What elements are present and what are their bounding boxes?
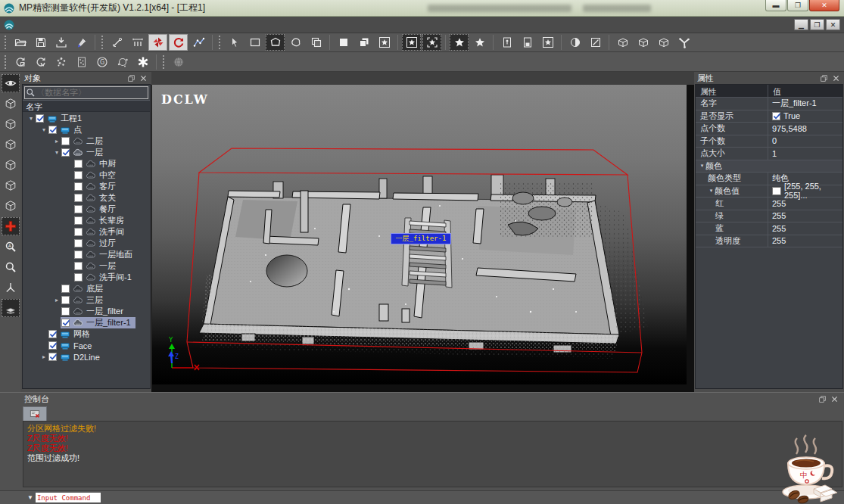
- panel-close-icon[interactable]: [138, 73, 148, 83]
- value-checkbox[interactable]: [772, 112, 780, 120]
- tree-item[interactable]: 餐厅: [23, 204, 150, 215]
- slash-box-button[interactable]: [586, 34, 605, 51]
- tree-item[interactable]: 一层: [23, 260, 150, 272]
- star-toggle-button[interactable]: [450, 34, 469, 51]
- visibility-checkbox[interactable]: [74, 239, 83, 247]
- expander-open-icon[interactable]: ▾: [708, 188, 715, 194]
- refresh-tool-button[interactable]: [169, 34, 188, 51]
- panel-float-icon[interactable]: [817, 394, 827, 404]
- visibility-checkbox[interactable]: [48, 330, 57, 338]
- add-point-button[interactable]: [2, 217, 20, 235]
- 3d-viewport[interactable]: Y Z X DCLW 一层_filter-1: [152, 85, 687, 384]
- panel-float-icon[interactable]: [818, 73, 829, 83]
- view-bottom-button[interactable]: [2, 197, 20, 215]
- tree-item[interactable]: 底层: [23, 283, 150, 294]
- pinwheel-tool-button[interactable]: [148, 34, 167, 51]
- box-3d-a-button[interactable]: [613, 34, 632, 51]
- visibility-checkbox[interactable]: [74, 228, 83, 236]
- property-row[interactable]: 红255: [696, 198, 842, 210]
- tree-item[interactable]: 一层_filter-1: [23, 317, 150, 328]
- dimension-tool-button[interactable]: [128, 34, 147, 51]
- visibility-checkbox[interactable]: [61, 319, 70, 327]
- expander-closed-icon[interactable]: ▸: [53, 297, 61, 303]
- visibility-checkbox[interactable]: [48, 126, 57, 134]
- expander-open-icon[interactable]: ▾: [40, 126, 48, 133]
- property-row[interactable]: 透明度255: [696, 235, 842, 248]
- visibility-checkbox[interactable]: [74, 171, 83, 179]
- property-row[interactable]: 点个数975,5488: [696, 123, 842, 135]
- tree-item[interactable]: 客厅: [23, 181, 150, 192]
- asterisk-tool-button[interactable]: [133, 54, 152, 70]
- expander-open-icon[interactable]: ▾: [53, 149, 61, 156]
- tree-item[interactable]: 中空: [23, 170, 150, 181]
- select-polygon-button[interactable]: [266, 34, 285, 51]
- tree-item[interactable]: ▾一层: [23, 147, 150, 158]
- view-back-button[interactable]: [2, 115, 20, 133]
- visibility-checkbox[interactable]: [74, 216, 83, 225]
- open-file-button[interactable]: [11, 34, 30, 51]
- visibility-checkbox[interactable]: [36, 114, 44, 123]
- toolbar-grip[interactable]: [4, 54, 8, 70]
- expander-closed-icon[interactable]: ▸: [53, 138, 61, 145]
- select-rectangle-button[interactable]: [245, 34, 264, 51]
- panel-close-icon[interactable]: [829, 394, 839, 404]
- view-front-button[interactable]: [2, 95, 20, 113]
- toolbar-grip[interactable]: [218, 35, 222, 50]
- probe-tool-button[interactable]: [107, 34, 126, 51]
- box-3d-c-button[interactable]: [654, 34, 673, 51]
- select-copy-button[interactable]: [307, 34, 325, 51]
- visibility-checkbox[interactable]: [74, 160, 83, 168]
- visibility-checkbox[interactable]: [61, 285, 70, 293]
- property-row[interactable]: 点大小1: [696, 148, 842, 160]
- visibility-checkbox[interactable]: [61, 296, 70, 304]
- zoom-tool-button[interactable]: [2, 258, 20, 276]
- tree-item[interactable]: ▾点: [23, 124, 150, 135]
- tree-item[interactable]: 玄关: [23, 192, 150, 204]
- property-row[interactable]: 蓝255: [696, 222, 842, 235]
- toolbar-grip[interactable]: [4, 35, 8, 50]
- tree-item[interactable]: ▸三层: [23, 294, 150, 306]
- view-right-button[interactable]: [2, 156, 20, 174]
- window-restore-button[interactable]: ❐: [787, 0, 808, 11]
- tree-item[interactable]: 中厨: [23, 158, 150, 170]
- panel-points-button[interactable]: [72, 54, 91, 70]
- visibility-button[interactable]: [2, 74, 20, 92]
- tree-item[interactable]: 洗手间-1: [23, 272, 150, 283]
- scatter-points-button[interactable]: [51, 54, 70, 70]
- visibility-checkbox[interactable]: [74, 250, 83, 259]
- panel-star-button[interactable]: [538, 34, 557, 51]
- half-shade-button[interactable]: [565, 34, 584, 51]
- command-input[interactable]: [36, 493, 101, 502]
- copy-squares-button[interactable]: [354, 34, 373, 51]
- visibility-checkbox[interactable]: [48, 341, 57, 350]
- console-tab[interactable]: [23, 406, 47, 421]
- star-corners-toggle-button[interactable]: [422, 34, 441, 51]
- view-left-button[interactable]: [2, 135, 20, 154]
- color-swatch[interactable]: [772, 187, 781, 195]
- toolbar-grip[interactable]: [162, 54, 166, 70]
- expander-closed-icon[interactable]: ▸: [40, 353, 48, 360]
- property-row[interactable]: ▾颜色值[255, 255, 255]...: [696, 185, 842, 198]
- mdi-close-button[interactable]: ✕: [826, 19, 840, 30]
- visibility-checkbox[interactable]: [74, 273, 83, 282]
- expander-open-icon[interactable]: ▾: [699, 163, 705, 169]
- command-dropdown-icon[interactable]: ▼: [27, 494, 33, 501]
- import-file-button[interactable]: [51, 34, 70, 51]
- box-3d-b-button[interactable]: [634, 34, 652, 51]
- tree-item[interactable]: ▸D2Line: [23, 351, 150, 362]
- visibility-checkbox[interactable]: [48, 353, 57, 361]
- visibility-checkbox[interactable]: [74, 205, 83, 213]
- tree-item[interactable]: ▸二层: [23, 135, 150, 147]
- orbit-points-button[interactable]: [113, 54, 132, 70]
- object-search-box[interactable]: [24, 86, 148, 99]
- sphere-tool-button[interactable]: [169, 54, 188, 70]
- save-file-button[interactable]: [31, 34, 50, 51]
- property-row[interactable]: 是否显示True: [696, 110, 842, 123]
- property-row[interactable]: 绿255: [696, 210, 842, 223]
- jack-tool-button[interactable]: [674, 34, 693, 51]
- layers-tool-button[interactable]: [2, 299, 20, 317]
- tree-item[interactable]: 一层地面: [23, 249, 150, 260]
- paint-tool-button[interactable]: [72, 34, 91, 51]
- axis-tool-button[interactable]: [2, 278, 20, 297]
- panel-float-icon[interactable]: [126, 73, 136, 83]
